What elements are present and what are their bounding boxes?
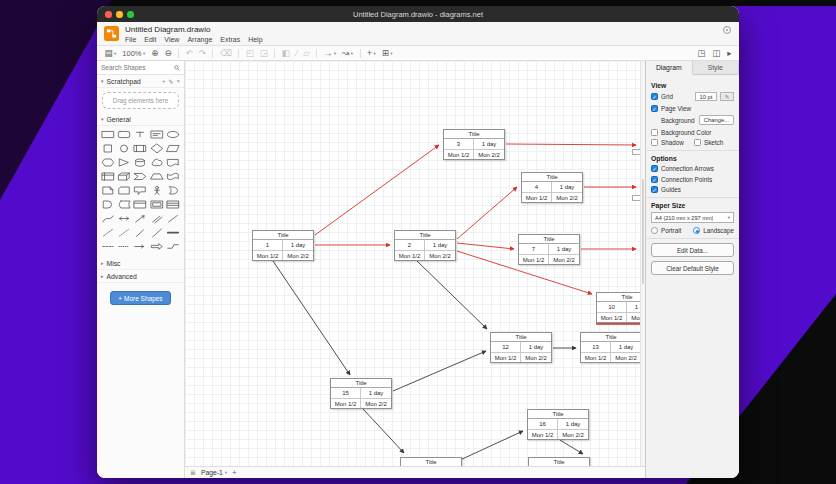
task-node-1[interactable]: Title11 dayMon 1/2Mon 2/2 [252, 230, 314, 261]
zoom-out-button[interactable]: ⊖ [163, 47, 173, 60]
or-shape[interactable] [165, 184, 181, 197]
canvas-vertical-scrollbar[interactable] [640, 61, 645, 466]
diagonal-line-2-shape[interactable] [149, 226, 165, 239]
and-shape[interactable] [100, 198, 116, 211]
scrollbar-thumb[interactable] [642, 179, 644, 284]
diagram-canvas[interactable]: Title11 dayMon 1/2Mon 2/2Title21 dayMon … [185, 61, 645, 466]
status-icon[interactable] [723, 26, 731, 34]
clear-default-style-button[interactable]: Clear Default Style [651, 261, 734, 275]
scratchpad-edit-icon[interactable]: ✎ [168, 78, 173, 85]
trapezoid-shape[interactable] [149, 170, 165, 183]
critical-edge[interactable] [457, 243, 514, 249]
paper-size-select[interactable]: A4 (210 mm x 297 mm) ▾ [651, 212, 734, 223]
step-shape[interactable] [132, 170, 148, 183]
shadow-button[interactable]: ▱ [302, 47, 312, 60]
document-shape[interactable] [165, 156, 181, 169]
to-back-button[interactable]: ◲ [258, 47, 269, 60]
change-background-button[interactable]: Change... [699, 115, 734, 125]
link-shape[interactable] [149, 212, 165, 225]
circle-shape[interactable] [116, 142, 132, 155]
cloud-shape[interactable] [149, 156, 165, 169]
scratchpad-close-icon[interactable]: × [176, 78, 180, 85]
ellipse-shape[interactable] [165, 128, 181, 141]
process-shape[interactable] [132, 142, 148, 155]
square-shape[interactable] [100, 142, 116, 155]
add-page-button[interactable]: + [232, 468, 237, 478]
insert-button[interactable]: +▾ [366, 47, 378, 60]
cube-shape[interactable] [116, 170, 132, 183]
arrow-shape[interactable] [132, 240, 148, 253]
sidebar-section-general[interactable]: ▾ General [97, 113, 184, 126]
data-storage-shape[interactable] [116, 198, 132, 211]
task-node-12[interactable]: Title121 dayMon 1/2Mon 2/2 [490, 332, 552, 363]
grid-color-button[interactable]: ✎ [720, 92, 734, 101]
task-node[interactable]: Title [528, 457, 590, 466]
card-shape[interactable] [116, 184, 132, 197]
menu-arrange[interactable]: Arrange [187, 36, 212, 43]
close-window-button[interactable] [105, 11, 112, 18]
line-shape[interactable] [165, 212, 181, 225]
container-shape[interactable] [132, 198, 148, 211]
actor-shape[interactable] [149, 184, 165, 197]
rectangle-shape[interactable] [100, 128, 116, 141]
menu-view[interactable]: View [164, 36, 179, 43]
critical-edge[interactable] [315, 145, 439, 235]
grid-checkbox[interactable]: ✓ [651, 93, 658, 100]
task-node-10[interactable]: Title101 dayMon 1/2Mon 2/2 [596, 292, 645, 323]
hexagon-shape[interactable] [100, 156, 116, 169]
dotted-line-shape[interactable] [116, 226, 132, 239]
window-titlebar[interactable]: Untitled Diagram.drawio - diagrams.net [97, 6, 739, 22]
collapse-button[interactable]: ▸ [726, 47, 733, 60]
menu-help[interactable]: Help [248, 36, 262, 43]
dependency-edge[interactable] [273, 261, 350, 375]
task-node-13[interactable]: Title131 dayMon 1/2Mon 2/2 [580, 332, 642, 363]
maximize-window-button[interactable] [127, 11, 134, 18]
portrait-radio[interactable] [651, 227, 658, 234]
rounded-rectangle-shape[interactable] [116, 128, 132, 141]
sidebar-section-misc[interactable]: ▸ Misc [97, 257, 184, 270]
more-shapes-button[interactable]: + More Shapes [110, 291, 170, 305]
arrow-ne-shape[interactable] [132, 212, 148, 225]
curve-shape[interactable] [100, 212, 116, 225]
format-panel-button[interactable]: ◫ [711, 47, 722, 60]
guides-checkbox[interactable]: ✓ [651, 186, 658, 193]
grid-size-input[interactable]: 10 pt [695, 92, 717, 101]
menu-edit[interactable]: Edit [144, 36, 156, 43]
thick-line-shape[interactable] [165, 226, 181, 239]
textbox-shape[interactable] [149, 128, 165, 141]
diagonal-line-shape[interactable] [132, 226, 148, 239]
connector-line-shape[interactable] [165, 240, 181, 253]
dependency-edge[interactable] [363, 409, 404, 453]
bidirectional-arrow-shape[interactable] [116, 212, 132, 225]
background-color-checkbox[interactable] [651, 129, 658, 136]
delete-button[interactable]: ⌫ [218, 47, 233, 60]
menu-file[interactable]: File [125, 36, 136, 43]
task-node-3[interactable]: Title31 dayMon 1/2Mon 2/2 [443, 129, 505, 160]
critical-edge[interactable] [506, 144, 636, 145]
note-shape[interactable] [100, 184, 116, 197]
task-node-15[interactable]: Title151 dayMon 1/2Mon 2/2 [330, 378, 392, 409]
list-shape[interactable] [165, 198, 181, 211]
undo-button[interactable]: ↶ [184, 47, 194, 60]
task-node-16[interactable]: Title161 dayMon 1/2Mon 2/2 [527, 409, 589, 440]
fill-color-button[interactable]: ◧ [280, 47, 291, 60]
search-shapes-input[interactable] [101, 64, 171, 71]
dashed-connector-shape[interactable] [100, 240, 116, 253]
dependency-edge[interactable] [560, 440, 583, 454]
sketch-checkbox[interactable] [694, 139, 701, 146]
pages-menu-icon[interactable]: ≣ [190, 469, 196, 477]
landscape-radio[interactable] [693, 227, 700, 234]
task-node-7[interactable]: Title71 dayMon 1/2Mon 2/2 [518, 234, 580, 265]
page-view-checkbox[interactable]: ✓ [651, 105, 658, 112]
edit-data-button[interactable]: Edit Data... [651, 243, 734, 257]
redo-button[interactable]: ↷ [197, 47, 207, 60]
shadow-checkbox[interactable] [651, 139, 658, 146]
connection-button[interactable]: →▾ [322, 47, 337, 60]
task-node[interactable]: Title [400, 457, 462, 466]
thick-arrow-shape[interactable] [149, 240, 165, 253]
internal-storage-shape[interactable] [100, 170, 116, 183]
connection-arrows-checkbox[interactable]: ✓ [651, 165, 658, 172]
sidebar-section-advanced[interactable]: ▸ Advanced [97, 270, 184, 283]
scratchpad-add-icon[interactable]: + [162, 78, 166, 85]
dependency-edge[interactable] [417, 261, 487, 329]
